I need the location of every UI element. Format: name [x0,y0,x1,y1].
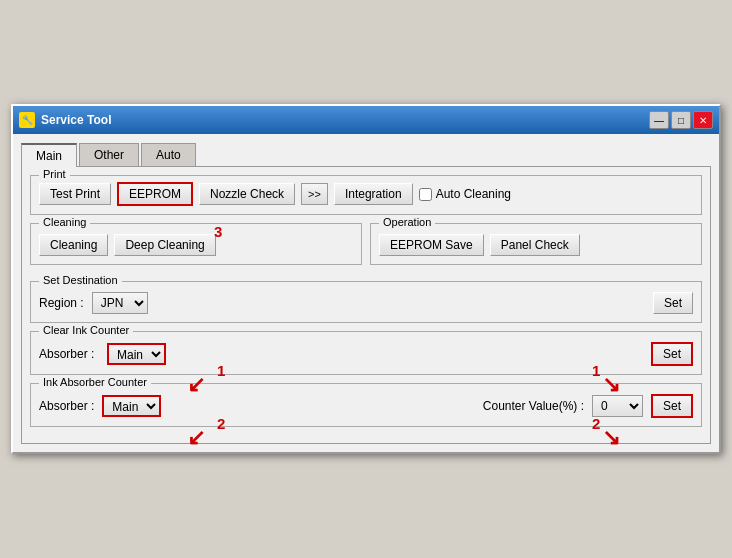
annotation-2b-arrow: ↘ [602,425,620,451]
tab-main[interactable]: Main [21,143,77,167]
counter-value-label: Counter Value(%) : [483,399,584,413]
tab-bar: Main Other Auto [21,142,711,166]
set-destination-label: Set Destination [39,274,122,286]
app-icon: 🔧 [19,112,35,128]
clear-ink-set-button[interactable]: Set [651,342,693,366]
maximize-button[interactable]: □ [671,111,691,129]
auto-cleaning-label[interactable]: Auto Cleaning [419,187,511,201]
panel-check-button[interactable]: Panel Check [490,234,580,256]
two-col-section: Cleaning Cleaning Deep Cleaning Operatio… [30,223,702,273]
destination-row: Region : JPN USA EUR Set [39,288,693,314]
region-label: Region : [39,296,84,310]
annotation-2a-arrow: ↙ [187,425,205,451]
counter-value-select[interactable]: 0 10 20 50 100 [592,395,643,417]
window-title: Service Tool [41,113,111,127]
print-group: Print Test Print EEPROM Nozzle Check >> … [30,175,702,215]
cleaning-button[interactable]: Cleaning [39,234,108,256]
print-row: Test Print EEPROM Nozzle Check >> Integr… [39,182,693,206]
close-button[interactable]: ✕ [693,111,713,129]
ink-absorber-row: Absorber : Main Sub Counter Value(%) : 0… [39,390,693,418]
ink-absorber-absorber-label: Absorber : [39,399,94,413]
clear-ink-absorber-select[interactable]: Main Sub [107,343,166,365]
title-bar: 🔧 Service Tool — □ ✕ [13,106,719,134]
title-bar-buttons: — □ ✕ [649,111,713,129]
tab-auto[interactable]: Auto [141,143,196,167]
eeprom-save-button[interactable]: EEPROM Save [379,234,484,256]
ink-absorber-select[interactable]: Main Sub [102,395,161,417]
operation-group: Operation EEPROM Save Panel Check [370,223,702,265]
ink-absorber-group: Ink Absorber Counter Absorber : Main Sub… [30,383,702,427]
set-destination-group: Set Destination Region : JPN USA EUR Set [30,281,702,323]
deep-cleaning-button[interactable]: Deep Cleaning [114,234,215,256]
main-window: 🔧 Service Tool — □ ✕ Main Other Auto 3 1… [11,104,721,454]
ink-absorber-label: Ink Absorber Counter [39,376,151,388]
auto-cleaning-checkbox[interactable] [419,188,432,201]
tab-content-main: 3 1 ↙ 1 ↘ 2 ↙ 2 ↘ Print Test Print EEPRO… [21,166,711,444]
operation-buttons: EEPROM Save Panel Check [379,230,693,256]
integration-button[interactable]: Integration [334,183,413,205]
destination-set-button[interactable]: Set [653,292,693,314]
title-bar-left: 🔧 Service Tool [19,112,111,128]
cleaning-group-label: Cleaning [39,216,90,228]
eeprom-button[interactable]: EEPROM [117,182,193,206]
window-content: Main Other Auto 3 1 ↙ 1 ↘ 2 ↙ 2 ↘ [13,134,719,452]
clear-ink-group: Clear Ink Counter Absorber : Main Sub Se… [30,331,702,375]
nozzle-check-button[interactable]: Nozzle Check [199,183,295,205]
minimize-button[interactable]: — [649,111,669,129]
ink-absorber-set-button[interactable]: Set [651,394,693,418]
clear-ink-absorber-label: Absorber : [39,347,99,361]
cleaning-buttons: Cleaning Deep Cleaning [39,230,353,256]
clear-ink-row: Absorber : Main Sub Set [39,338,693,366]
auto-cleaning-text: Auto Cleaning [436,187,511,201]
operation-group-label: Operation [379,216,435,228]
test-print-button[interactable]: Test Print [39,183,111,205]
cleaning-group: Cleaning Cleaning Deep Cleaning [30,223,362,265]
region-select[interactable]: JPN USA EUR [92,292,148,314]
print-group-label: Print [39,168,70,180]
clear-ink-label: Clear Ink Counter [39,324,133,336]
tab-other[interactable]: Other [79,143,139,167]
arrow-button[interactable]: >> [301,183,328,205]
